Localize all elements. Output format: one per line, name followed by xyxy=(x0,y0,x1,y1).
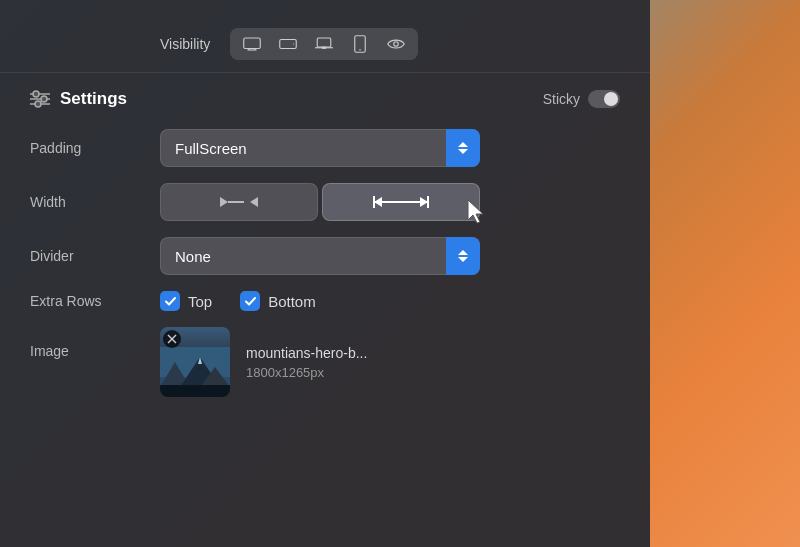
checkbox-group: Top Bottom xyxy=(160,291,620,311)
mobile-visibility-button[interactable] xyxy=(344,32,376,56)
svg-marker-18 xyxy=(220,197,228,207)
shrink-arrows-icon xyxy=(214,193,264,211)
settings-panel: Visibility xyxy=(0,0,650,547)
svg-marker-20 xyxy=(250,197,258,207)
svg-rect-6 xyxy=(318,38,332,47)
bottom-label: Bottom xyxy=(268,293,316,310)
bottom-checkbox-item[interactable]: Bottom xyxy=(240,291,316,311)
image-control: mountians-hero-b... 1800x1265px xyxy=(160,327,620,397)
width-label: Width xyxy=(30,194,160,210)
laptop-visibility-button[interactable] xyxy=(308,32,340,56)
extra-rows-row: Extra Rows Top xyxy=(30,291,620,311)
mobile-icon xyxy=(354,35,366,53)
image-label: Image xyxy=(30,327,160,359)
width-control xyxy=(160,183,480,221)
bottom-checkbox[interactable] xyxy=(240,291,260,311)
extra-rows-label: Extra Rows xyxy=(30,293,160,309)
svg-point-10 xyxy=(360,49,362,51)
sticky-label: Sticky xyxy=(543,91,580,107)
image-filename: mountians-hero-b... xyxy=(246,345,367,361)
divider-control: None xyxy=(160,237,620,275)
settings-sliders-icon xyxy=(30,90,50,108)
eye-icon xyxy=(387,37,405,51)
visibility-label: Visibility xyxy=(160,36,210,52)
image-remove-button[interactable] xyxy=(163,330,181,348)
width-shrink-button[interactable] xyxy=(160,183,318,221)
image-dimensions: 1800x1265px xyxy=(246,365,367,380)
width-expand-button[interactable] xyxy=(322,183,480,221)
close-icon xyxy=(167,334,177,344)
shrink-icon xyxy=(214,193,264,211)
tablet-icon xyxy=(279,37,297,51)
settings-header: Settings Sticky xyxy=(30,89,620,109)
svg-rect-0 xyxy=(244,38,261,49)
checkmark-icon xyxy=(164,295,177,308)
top-checkbox-item[interactable]: Top xyxy=(160,291,212,311)
laptop-icon xyxy=(315,37,333,51)
width-control-wrapper xyxy=(160,183,620,221)
svg-point-11 xyxy=(394,42,399,47)
cursor-icon xyxy=(465,198,487,226)
expand-icon xyxy=(366,193,436,211)
settings-section: Settings Sticky Padding FullScreen xyxy=(0,73,650,429)
checkmark-bottom-icon xyxy=(244,295,257,308)
svg-point-5 xyxy=(293,43,294,44)
visibility-row: Visibility xyxy=(0,16,650,73)
top-checkbox[interactable] xyxy=(160,291,180,311)
mountain-image-svg xyxy=(160,347,230,397)
settings-title: Settings xyxy=(60,89,127,109)
padding-control: FullScreen xyxy=(160,129,620,167)
top-label: Top xyxy=(188,293,212,310)
desktop-visibility-button[interactable] xyxy=(236,32,268,56)
tablet-visibility-button[interactable] xyxy=(272,32,304,56)
image-thumbnail xyxy=(160,327,230,397)
padding-label: Padding xyxy=(30,140,160,156)
divider-select[interactable]: None xyxy=(160,237,480,275)
svg-point-15 xyxy=(33,91,39,97)
eye-visibility-button[interactable] xyxy=(380,32,412,56)
expand-arrows-icon xyxy=(366,193,436,211)
cursor-indicator xyxy=(465,198,487,230)
svg-marker-25 xyxy=(420,197,428,207)
width-row: Width xyxy=(30,183,620,221)
visibility-buttons xyxy=(230,28,418,60)
svg-point-16 xyxy=(41,96,47,102)
extra-rows-control: Top Bottom xyxy=(160,291,620,311)
padding-select-wrapper: FullScreen xyxy=(160,129,480,167)
image-row: Image xyxy=(30,327,620,397)
padding-select[interactable]: FullScreen xyxy=(160,129,480,167)
divider-label: Divider xyxy=(30,248,160,264)
desktop-icon xyxy=(243,37,261,51)
sticky-toggle[interactable] xyxy=(588,90,620,108)
image-info: mountians-hero-b... 1800x1265px xyxy=(246,345,367,380)
padding-row: Padding FullScreen xyxy=(30,129,620,167)
svg-rect-31 xyxy=(160,385,230,397)
divider-row: Divider None xyxy=(30,237,620,275)
image-preview: mountians-hero-b... 1800x1265px xyxy=(160,327,620,397)
svg-point-17 xyxy=(35,101,41,107)
sticky-group: Sticky xyxy=(543,90,620,108)
divider-select-wrapper: None xyxy=(160,237,480,275)
settings-title-group: Settings xyxy=(30,89,127,109)
